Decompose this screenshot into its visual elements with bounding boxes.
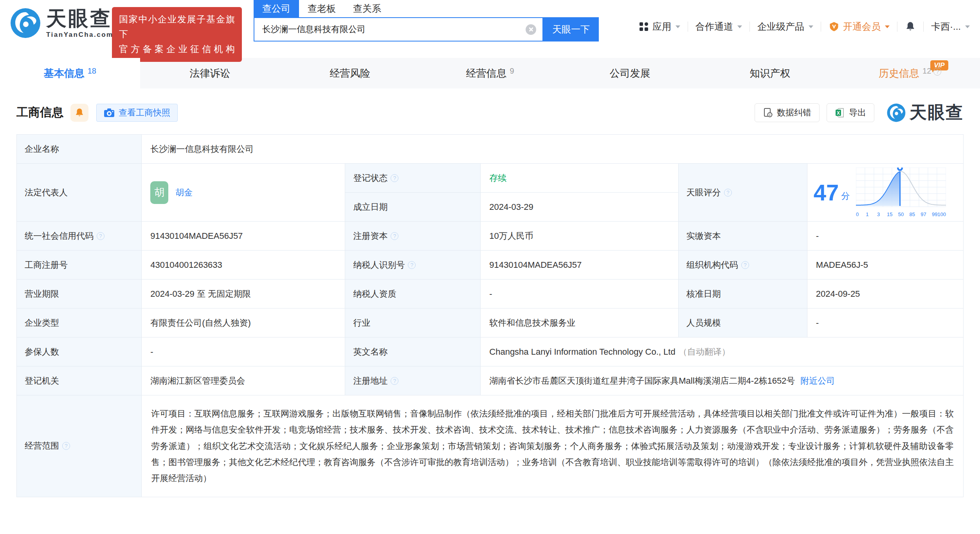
monitor-bell-button[interactable]: [70, 104, 88, 122]
nav-cooperation[interactable]: 合作通道: [695, 20, 742, 33]
field-label-reg-status: 登记状态: [345, 164, 481, 193]
help-icon[interactable]: [391, 377, 398, 385]
badge-line2: 官方备案企业征信机构: [119, 42, 235, 57]
nav-notifications[interactable]: [905, 21, 916, 32]
business-snapshot-label: 查看工商快照: [119, 107, 170, 119]
tab-intellectual-property[interactable]: 知识产权: [700, 58, 840, 88]
export-button[interactable]: X 导出: [827, 103, 874, 122]
logo-domain: TianYanCha.com: [46, 31, 113, 39]
help-icon[interactable]: [62, 442, 70, 450]
help-icon[interactable]: [741, 261, 749, 269]
table-row: 参保人数 - 英文名称 Changsha Lanyi Information T…: [17, 337, 964, 366]
legal-rep-link[interactable]: 胡金: [175, 187, 193, 198]
search-tab-company[interactable]: 查公司: [254, 0, 299, 17]
data-correction-icon: [763, 108, 773, 118]
svg-text:X: X: [837, 110, 840, 115]
divider: [688, 22, 688, 32]
field-label-reg-capital: 注册资本: [345, 222, 481, 251]
tab-history-info[interactable]: VIP 历史信息 12: [840, 58, 980, 88]
nav-enterprise-products[interactable]: 企业级产品: [757, 20, 813, 33]
field-value-reg-status: 存续: [481, 164, 679, 193]
tianyancha-watermark: 天眼查: [887, 101, 964, 124]
tab-operating-risk[interactable]: 经营风险: [280, 58, 420, 88]
field-label: 核准日期: [686, 289, 721, 299]
chevron-down-icon: [809, 25, 813, 28]
tab-label: 经营风险: [330, 67, 370, 80]
tab-label: 法律诉讼: [190, 67, 231, 80]
table-row: 法定代表人 胡 胡金 登记状态 存续 天眼评分: [17, 164, 964, 193]
nav-enterprise-products-label: 企业级产品: [757, 20, 804, 33]
table-row: 企业类型 有限责任公司(自然人独资) 行业 软件和信息技术服务业 人员规模 -: [17, 308, 964, 337]
help-icon[interactable]: [97, 232, 104, 240]
nav-vip-membership[interactable]: 开通会员: [829, 20, 890, 33]
apps-grid-icon: [639, 22, 649, 32]
tab-legal-proceedings[interactable]: 法律诉讼: [140, 58, 280, 88]
search-tab-relation[interactable]: 查关系: [344, 0, 390, 17]
field-label: 实缴资本: [686, 231, 721, 241]
search-input[interactable]: [254, 24, 542, 34]
field-label: 企业类型: [25, 318, 59, 328]
field-value-business-term: 2024-03-29 至 无固定期限: [142, 280, 345, 308]
table-row: 经营范围 许可项目：互联网信息服务；互联网游戏服务；出版物互联网销售；音像制品制…: [17, 395, 964, 497]
gov-certification-badge: 国家中小企业发展子基金旗下 官方备案企业征信机构: [112, 7, 242, 62]
credit-code: 91430104MADEA56J57: [150, 231, 243, 241]
field-value-reg-authority: 湖南湘江新区管理委员会: [142, 366, 345, 395]
nearby-companies-link[interactable]: 附近公司: [800, 376, 835, 386]
badge-line1: 国家中小企业发展子基金旗下: [119, 12, 235, 42]
excel-export-icon: X: [835, 108, 845, 118]
help-icon[interactable]: [391, 174, 398, 182]
business-snapshot-button[interactable]: 查看工商快照: [96, 104, 178, 122]
chevron-down-icon: [737, 25, 742, 28]
field-label-score: 天眼评分: [678, 164, 807, 222]
reg-address: 湖南省长沙市岳麓区天顶街道红星井湾子国际家具Mall梅溪湖店二期4-2栋1652…: [489, 376, 795, 386]
field-value-insured-count: -: [142, 337, 345, 366]
data-correction-button[interactable]: 数据纠错: [755, 103, 820, 122]
field-label-reg-address: 注册地址: [345, 366, 481, 395]
clear-search-icon[interactable]: [526, 24, 536, 35]
taxpayer-id: 91430104MADEA56J57: [489, 260, 582, 270]
help-icon[interactable]: [391, 232, 398, 240]
tab-label: 经营信息: [466, 67, 506, 80]
section-title: 工商信息: [16, 105, 63, 121]
business-scope: 许可项目：互联网信息服务；互联网游戏服务；出版物互联网销售；音像制品制作（依法须…: [151, 409, 954, 483]
company-type: 有限责任公司(自然人独资): [150, 318, 251, 328]
tab-company-development[interactable]: 公司发展: [560, 58, 700, 88]
score-distribution-chart: 0131550859799100: [856, 168, 946, 218]
nav-user-menu[interactable]: 卡西·...: [931, 20, 970, 33]
help-icon[interactable]: [724, 189, 732, 197]
field-label: 天眼评分: [686, 187, 721, 198]
chevron-down-icon: [676, 25, 680, 28]
field-label-company-name: 企业名称: [17, 135, 142, 164]
vip-crown-icon: [829, 21, 839, 32]
field-value-company-type: 有限责任公司(自然人独资): [142, 308, 345, 337]
field-label-english-name: 英文名称: [345, 337, 481, 366]
field-label-paid-capital: 实缴资本: [678, 222, 807, 251]
field-value-company-name: 长沙澜一信息科技有限公司: [142, 135, 964, 164]
field-label: 法定代表人: [25, 188, 68, 197]
page: { "header": { "logo": { "name": "天眼查", "…: [0, 0, 980, 534]
score-value: 47: [814, 181, 839, 204]
field-label: 工商注册号: [25, 260, 68, 270]
field-value-approval-date: 2024-09-25: [807, 280, 963, 308]
search-submit-button[interactable]: 天眼一下: [543, 17, 599, 41]
field-label: 成立日期: [353, 202, 387, 212]
search-area: 查公司 查老板 查关系 天眼一下: [254, 2, 599, 41]
tianyancha-logo[interactable]: 天眼查 TianYanCha.com: [10, 8, 113, 39]
field-label: 纳税人识别号: [353, 259, 405, 271]
org-code: MADEA56J-5: [816, 260, 868, 270]
legal-rep-avatar[interactable]: 胡: [150, 181, 168, 204]
search-tab-boss[interactable]: 查老板: [299, 0, 344, 17]
tab-basic-info[interactable]: 基本信息 18: [0, 58, 140, 88]
help-icon[interactable]: [933, 68, 941, 76]
field-label: 统一社会信用代码: [25, 230, 94, 242]
tab-operating-info[interactable]: 经营信息 9: [420, 58, 560, 88]
field-label: 行业: [353, 318, 370, 328]
english-name: Changsha Lanyi Information Technology Co…: [489, 347, 675, 357]
field-value-org-code: MADEA56J-5: [807, 251, 963, 280]
status-badge: 存续: [489, 173, 506, 183]
nav-apps[interactable]: 应用: [639, 20, 680, 33]
reg-authority: 湖南湘江新区管理委员会: [150, 376, 245, 386]
section-header: 工商信息 查看工商快照: [16, 101, 964, 124]
field-label: 登记状态: [353, 172, 387, 184]
help-icon[interactable]: [408, 261, 416, 269]
